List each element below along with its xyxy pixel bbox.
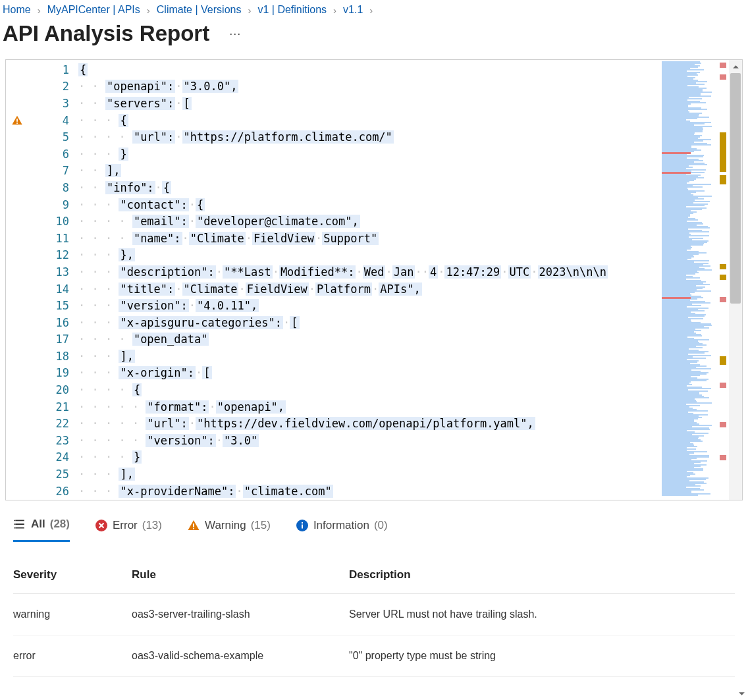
scroll-thumb[interactable] [730,73,741,304]
warning-marker[interactable] [720,264,726,269]
code-line[interactable]: · · · "description":·"**Last·Modified**:… [78,263,662,281]
line-number: 21 [56,400,69,414]
code-line[interactable]: · · · "version":·"4.0.11", [78,297,662,314]
code-line[interactable]: · · · · "url":·"https://platform.climate… [78,128,662,146]
table-row[interactable]: error oas3-valid-schema-example "0" prop… [13,635,735,677]
cell-severity: error [13,650,132,662]
line-number: 11 [56,232,69,245]
warning-marker[interactable] [720,275,726,280]
error-marker[interactable] [720,297,726,302]
code-line[interactable]: · · "info":·{ [78,179,662,196]
tab-warning-count: (15) [251,519,271,532]
code-line[interactable]: · · · · · "version":·"3.0" [78,432,662,449]
line-number: 24 [56,450,69,464]
line-number: 4 [63,114,69,127]
cell-description: Server URL must not have trailing slash. [349,608,735,620]
tab-error[interactable]: Error (13) [95,519,162,541]
problems-tabs: All (28) Error (13) Warning (15) Informa… [0,506,748,542]
code-line[interactable]: · · · ], [78,466,662,483]
tab-error-label: Error [113,519,138,532]
line-number: 26 [56,485,69,498]
code-line[interactable]: · · · · "name":·"Climate·FieldView·Suppo… [78,230,662,247]
code-line[interactable]: · · ], [78,163,662,180]
vertical-scrollbar[interactable] [729,60,742,500]
col-description: Description [349,568,735,581]
line-number: 13 [56,265,69,279]
tab-information-count: (0) [374,519,388,532]
code-line[interactable]: · · · · · "url":·"https://dev.fieldview.… [78,415,662,432]
tab-information[interactable]: Information (0) [296,519,388,541]
gutter-line: 24 [6,449,78,466]
gutter-line: 7 [6,163,78,180]
error-marker[interactable] [720,63,726,68]
page-header: API Analysis Report ··· [0,21,748,59]
code-line[interactable]: { [78,61,662,78]
code-line[interactable]: · · · · } [78,449,662,466]
line-number: 2 [63,80,69,93]
tab-information-label: Information [313,519,369,532]
gutter-line: 3 [6,95,78,112]
gutter-line: 8 [6,179,78,196]
code-line[interactable]: · · "openapi":·"3.0.0", [78,78,662,95]
svg-point-4 [14,527,15,529]
code-line[interactable]: · · · } [78,146,662,163]
tab-warning-label: Warning [205,519,246,532]
tab-warning[interactable]: Warning (15) [187,519,271,541]
error-marker[interactable] [720,455,726,460]
breadcrumb-v1-1[interactable]: v1.1 [343,4,363,16]
error-marker[interactable] [720,422,726,427]
warning-icon [187,519,200,532]
breadcrumb-apicenter[interactable]: MyAPICenter | APIs [47,4,140,16]
breadcrumb-climate[interactable]: Climate | Versions [157,4,242,16]
table-row[interactable]: warning oas3-server-trailing-slash Serve… [13,594,735,635]
tab-all-count: (28) [50,518,70,531]
tab-all[interactable]: All (28) [13,518,70,542]
gutter-line: 11 [6,230,78,247]
line-number: 16 [56,316,69,329]
warning-marker[interactable] [720,360,726,365]
code-line[interactable]: · · · · "open_data" [78,331,662,348]
code-line[interactable]: · · · ], [78,348,662,365]
code-editor[interactable]: 1234567891011121314151617181920212223242… [5,59,743,500]
code-line[interactable]: · · "servers":·[ [78,95,662,112]
scroll-down-icon[interactable] [735,687,748,700]
info-icon [296,519,309,532]
code-line[interactable]: · · · "title":·"Climate·FieldView·Platfo… [78,281,662,298]
error-marker[interactable] [720,383,726,388]
code-line[interactable]: · · · "x-origin":·[ [78,365,662,382]
code-line[interactable]: · · · "contact":·{ [78,196,662,213]
code-content[interactable]: {· · "openapi":·"3.0.0",· · "servers":·[… [78,60,662,500]
code-line[interactable]: · · · }, [78,247,662,264]
code-line[interactable]: · · · · · "format":·"openapi", [78,398,662,416]
line-number: 10 [56,215,69,228]
svg-rect-7 [193,527,194,529]
error-marker[interactable] [720,74,726,80]
svg-point-3 [14,524,15,525]
code-area[interactable]: 1234567891011121314151617181920212223242… [6,60,662,500]
warning-icon [11,115,23,126]
line-number: 14 [56,283,69,296]
error-icon [95,519,108,532]
page-scrollbar[interactable] [735,520,748,700]
gutter-line: 17 [6,331,78,348]
breadcrumb-home[interactable]: Home [3,4,31,16]
svg-rect-6 [193,524,194,527]
line-number: 7 [63,164,69,177]
col-rule: Rule [132,568,349,581]
breadcrumb-v1[interactable]: v1 | Definitions [257,4,327,16]
code-line[interactable]: · · · "x-apisguru-categories":·[ [78,314,662,331]
code-line[interactable]: · · · · { [78,381,662,398]
table-header: Severity Rule Description [13,558,735,594]
code-line[interactable]: · · · { [78,112,662,129]
scroll-up-icon[interactable] [729,60,742,73]
chevron-right-icon: › [38,5,41,16]
annotation-gutter[interactable] [717,60,729,500]
code-line[interactable]: · · · "x-providerName":·"climate.com" [78,483,662,500]
breadcrumb: Home › MyAPICenter | APIs › Climate | Ve… [0,0,748,21]
minimap[interactable] [662,60,717,500]
warning-marker[interactable] [720,175,726,184]
code-line[interactable]: · · · · "email":·"developer@climate.com"… [78,213,662,230]
more-button[interactable]: ··· [229,27,241,41]
tab-error-count: (13) [142,519,162,532]
warning-marker[interactable] [720,132,726,172]
